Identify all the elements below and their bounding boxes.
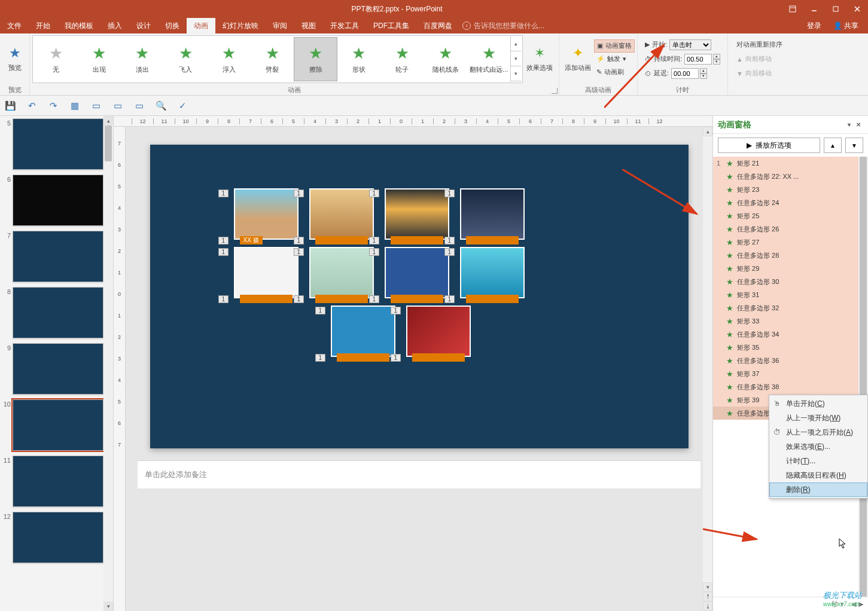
animation-dialog-launcher[interactable] [552, 88, 558, 94]
pane-close-button[interactable]: ✕ [854, 120, 863, 130]
anim-order-tag[interactable]: 1 [315, 354, 326, 362]
ctx-item-5[interactable]: 隐藏高级日程表(H) [769, 468, 867, 482]
anim-order-tag[interactable]: 1 [444, 190, 455, 197]
image-cell-9[interactable]: 11 [406, 306, 471, 357]
anim-list-item-6[interactable]: ★矩形 27 [713, 236, 868, 249]
qat-btn-3[interactable]: ▭ [134, 100, 145, 111]
slide-thumb-8[interactable] [13, 287, 103, 338]
add-animation-button[interactable]: ✦ 添加动画 [562, 43, 594, 75]
gallery-up[interactable]: ▴ [511, 36, 521, 51]
anim-order-tag[interactable]: 1 [218, 295, 229, 303]
anim-order-tag[interactable]: 1 [294, 237, 304, 245]
image-cell-8[interactable]: 11 [331, 306, 395, 357]
image-cell-1[interactable]: 11 [309, 188, 374, 240]
gallery-more[interactable]: ▾ [511, 66, 521, 81]
anim-list-item-4[interactable]: ★矩形 25 [713, 209, 868, 222]
qat-btn-4[interactable]: 🔍 [156, 100, 166, 111]
anim-effect-6[interactable]: ★擦除 [294, 37, 337, 81]
anim-list-item-11[interactable]: ★任意多边形 32 [713, 301, 868, 314]
tab-design[interactable]: 设计 [129, 18, 158, 33]
anim-order-tag[interactable]: 1 [444, 237, 455, 245]
tab-slideshow[interactable]: 幻灯片放映 [215, 18, 266, 33]
slide-thumb-11[interactable] [13, 456, 103, 507]
duration-up[interactable]: ▴ [713, 54, 720, 59]
ctx-item-2[interactable]: ⏱从上一项之后开始(A) [769, 425, 867, 439]
play-selected-button[interactable]: ▶ 播放所选项 [718, 138, 820, 153]
undo-button[interactable]: ↶ [26, 100, 37, 111]
anim-effect-1[interactable]: ★出现 [77, 37, 120, 81]
slide-thumbnails[interactable]: 5678910★1112 ▴ ▾ [0, 116, 114, 611]
duration-down[interactable]: ▾ [713, 59, 720, 65]
anim-list-item-8[interactable]: ★矩形 29 [713, 262, 868, 275]
anim-order-tag[interactable]: 1 [315, 307, 326, 314]
ctx-item-3[interactable]: 效果选项(E)... [769, 439, 867, 454]
anim-list-item-9[interactable]: ★任意多边形 30 [713, 275, 868, 288]
start-from-beginning-button[interactable]: ▦ [69, 100, 80, 111]
login-button[interactable]: 登录 [802, 21, 826, 31]
anim-list-item-2[interactable]: ★矩形 23 [713, 183, 868, 196]
maximize-button[interactable] [825, 0, 846, 18]
tab-developer[interactable]: 开发工具 [323, 18, 366, 33]
anim-order-tag[interactable]: 1 [444, 295, 455, 303]
effect-options-button[interactable]: ✶ 效果选项 [523, 43, 556, 75]
anim-effect-0[interactable]: ★无 [34, 37, 77, 81]
anim-list-item-5[interactable]: ★任意多边形 26 [713, 222, 868, 236]
anim-list-scrollbar[interactable] [858, 157, 868, 597]
save-button[interactable]: 💾 [5, 100, 16, 111]
image-cell-2[interactable]: 11 [385, 188, 449, 240]
image-cell-7[interactable]: 11 [460, 247, 525, 298]
anim-effect-7[interactable]: ★形状 [337, 37, 380, 81]
tab-view[interactable]: 视图 [294, 18, 323, 33]
anim-list-item-7[interactable]: ★任意多边形 28 [713, 249, 868, 262]
tab-baidu[interactable]: 百度网盘 [416, 18, 459, 33]
image-cell-0[interactable]: 11XX 摄 [234, 188, 299, 240]
start-select[interactable]: 单击时 [669, 39, 711, 50]
anim-list-item-14[interactable]: ★矩形 35 [713, 341, 868, 354]
qat-btn-2[interactable]: ▭ [112, 100, 123, 111]
anim-effect-4[interactable]: ★浮入 [208, 37, 251, 81]
delay-down[interactable]: ▾ [700, 74, 707, 79]
slide-canvas[interactable]: 11XX 摄111111111111111111 [150, 145, 689, 448]
anim-order-tag[interactable]: 1 [391, 354, 401, 362]
next-slide-button[interactable]: ⭳ [703, 601, 712, 611]
ctx-item-0[interactable]: 🖱单击开始(C) [769, 396, 867, 411]
share-button[interactable]: 👤 共享 [829, 21, 863, 31]
qat-btn-5[interactable]: ✓ [177, 100, 188, 111]
redo-button[interactable]: ↷ [48, 100, 59, 111]
anim-effect-5[interactable]: ★劈裂 [251, 37, 294, 81]
anim-list-item-1[interactable]: ★任意多边形 22: XX ... [713, 170, 868, 183]
anim-list-item-10[interactable]: ★矩形 31 [713, 288, 868, 301]
anim-order-tag[interactable]: 1 [369, 190, 380, 197]
thumbnails-scrollbar[interactable]: ▴ ▾ [103, 116, 113, 611]
anim-order-tag[interactable]: 1 [294, 248, 304, 256]
ctx-item-1[interactable]: 从上一项开始(W) [769, 411, 867, 425]
scroll-thumb[interactable] [105, 126, 112, 161]
anim-list-item-15[interactable]: ★任意多边形 36 [713, 354, 868, 367]
anim-order-tag[interactable]: 1 [218, 190, 229, 197]
anim-list-item-3[interactable]: ★任意多边形 24 [713, 196, 868, 209]
tab-review[interactable]: 审阅 [266, 18, 294, 33]
tab-home[interactable]: 开始 [29, 18, 57, 33]
image-cell-6[interactable]: 11 [385, 247, 449, 298]
close-button[interactable] [846, 0, 868, 18]
tab-templates[interactable]: 我的模板 [57, 18, 100, 33]
anim-effect-10[interactable]: ★翻转式由远... [467, 37, 510, 81]
image-cell-4[interactable]: 11 [234, 247, 299, 298]
image-cell-3[interactable]: 11 [460, 188, 525, 240]
anim-list-item-13[interactable]: ★任意多边形 34 [713, 328, 868, 341]
slide-thumb-6[interactable] [13, 175, 103, 226]
editor-scroll-up[interactable]: ▴ [703, 127, 712, 136]
animation-list[interactable]: 1★矩形 21★任意多边形 22: XX ...★矩形 23★任意多边形 24★… [713, 157, 868, 597]
slide-thumb-5[interactable] [13, 118, 103, 170]
anim-list-item-17[interactable]: ★任意多边形 38 [713, 380, 868, 393]
anim-order-tag[interactable]: 1 [218, 248, 229, 256]
anim-effect-8[interactable]: ★轮子 [380, 37, 424, 81]
ribbon-options-button[interactable] [782, 0, 803, 18]
anim-effect-3[interactable]: ★飞入 [164, 37, 207, 81]
anim-list-item-0[interactable]: 1★矩形 21 [713, 157, 868, 170]
delay-input[interactable] [671, 68, 699, 79]
tell-me-input[interactable]: 告诉我您想要做什么... [474, 21, 544, 31]
anim-order-tag[interactable]: 1 [391, 307, 401, 314]
scroll-up-button[interactable]: ▴ [103, 116, 113, 126]
anim-order-tag[interactable]: 1 [294, 190, 304, 197]
